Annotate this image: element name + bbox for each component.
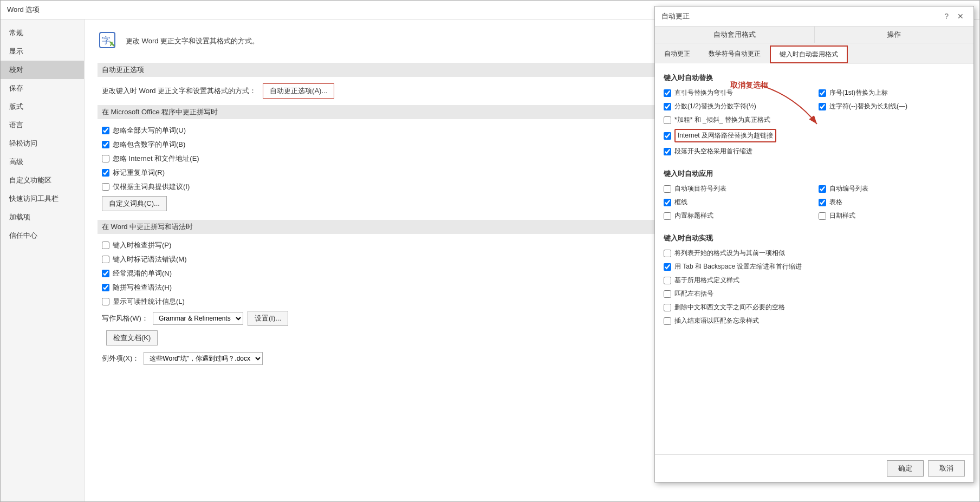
checkbox-define-by-style[interactable]: [664, 277, 671, 284]
label-bold-italic: *加粗* 和 _倾斜_ 替换为真正格式: [674, 115, 770, 125]
label-border: 框线: [674, 198, 687, 207]
checkbox-flag-repeated[interactable]: [102, 169, 109, 177]
checkbox-border[interactable]: [664, 199, 671, 206]
label-straight-to-curly: 直引号替换为弯引号: [674, 88, 733, 97]
checkbox-internet-hyperlink[interactable]: [664, 132, 671, 140]
sidebar-item-proofing[interactable]: 校对: [1, 61, 84, 79]
sidebar-item-advanced[interactable]: 高级: [1, 153, 84, 171]
sidebar-item-general[interactable]: 常规: [1, 24, 84, 42]
custom-dict-button[interactable]: 自定义词典(C)...: [102, 196, 167, 211]
help-button[interactable]: ?: [941, 11, 952, 22]
label-tab-backspace-indent: 用 Tab 和 Backspace 设置左缩进和首行缩进: [674, 262, 802, 271]
option-fraction: 分数(1/2)替换为分数字符(½): [664, 102, 810, 111]
sidebar-item-addins[interactable]: 加载项: [1, 208, 84, 226]
option-match-prev-list: 将列表开始的格式设为与其前一项相似: [664, 249, 965, 258]
checkbox-match-end-tag[interactable]: [664, 317, 671, 325]
sidebar-item-display[interactable]: 显示: [1, 42, 84, 61]
label-mark-grammar-typing: 键入时标记语法错误(M): [113, 255, 187, 264]
sidebar-item-quick-access[interactable]: 快速访问工具栏: [1, 190, 84, 208]
checkbox-indent-first-line[interactable]: [664, 148, 671, 155]
dialog-title: 自动更正: [661, 11, 690, 21]
writing-style-select[interactable]: Grammar & Refinements: [153, 312, 243, 325]
sidebar-item-accessibility[interactable]: 轻松访问: [1, 134, 84, 153]
check-doc-button[interactable]: 检查文档(K): [106, 330, 158, 345]
tab-autoformat-typing[interactable]: 键入时自动套用格式: [770, 45, 848, 63]
checkbox-delete-spaces[interactable]: [664, 304, 671, 311]
autocorrect-options-button[interactable]: 自动更正选项(A)...: [263, 83, 334, 99]
autocorrect-dialog: 自动更正 ? ✕ 自动套用格式 操作 自动更正 数学符号自动更正 键入时自动套用…: [654, 6, 974, 483]
writing-style-label: 写作风格(W)：: [102, 314, 148, 323]
label-check-spell-typing: 键入时检查拼写(P): [113, 240, 171, 250]
label-dash: 连字符(--)替换为长划线(—): [829, 102, 907, 111]
checkbox-tab-backspace-indent[interactable]: [664, 263, 671, 271]
option-table: 表格: [819, 198, 965, 207]
exception-label: 例外项(X)：: [102, 354, 139, 363]
checkbox-table[interactable]: [819, 199, 826, 206]
checkbox-fraction[interactable]: [664, 103, 671, 110]
checkbox-ignore-internet[interactable]: [102, 155, 109, 162]
label-ignore-numbers: 忽略包含数字的单词(B): [113, 140, 185, 149]
label-define-by-style: 基于所用格式定义样式: [674, 276, 739, 285]
sidebar-item-language[interactable]: 语言: [1, 116, 84, 134]
dialog-tabs: 自动更正 数学符号自动更正 键入时自动套用格式: [655, 43, 973, 63]
settings-button[interactable]: 设置(I)...: [248, 311, 288, 326]
tab-autocorrect[interactable]: 自动更正: [655, 45, 699, 63]
dialog-title-bar: 自动更正 ? ✕: [655, 6, 973, 27]
sidebar-item-format[interactable]: 版式: [1, 97, 84, 116]
label-match-end-tag: 插入结束语以匹配备忘录样式: [674, 316, 759, 325]
option-built-in-heading: 内置标题样式: [664, 211, 810, 220]
option-date-style: 日期样式: [819, 211, 965, 220]
checkbox-ignore-numbers[interactable]: [102, 141, 109, 148]
checkbox-dash[interactable]: [819, 103, 826, 110]
content-header-text: 更改 Word 更正文字和设置其格式的方式。: [126, 36, 259, 46]
exception-select[interactable]: 这些Word"坑"，你遇到过吗？.docx: [144, 352, 263, 365]
checkbox-numbered-list[interactable]: [819, 185, 826, 193]
checkbox-ignore-uppercase[interactable]: [102, 127, 109, 134]
option-numbered-list: 自动编号列表: [819, 184, 965, 193]
replace-col2: 序号(1st)替换为上标 连字符(--)替换为长划线(—): [819, 88, 965, 160]
checkbox-show-readability[interactable]: [102, 298, 109, 305]
realize-section-title: 键入时自动实现: [664, 233, 965, 243]
label-suggest-main: 仅根据主词典提供建议(I): [113, 182, 190, 192]
dialog-close-button[interactable]: ✕: [954, 11, 967, 22]
label-delete-spaces: 删除中文和西文文字之间不必要的空格: [674, 303, 785, 312]
label-match-prev-list: 将列表开始的格式设为与其前一项相似: [674, 249, 785, 258]
checkbox-match-brackets[interactable]: [664, 290, 671, 298]
option-bold-italic: *加粗* 和 _倾斜_ 替换为真正格式: [664, 115, 810, 125]
checkbox-check-spell-typing[interactable]: [102, 242, 109, 249]
option-define-by-style: 基于所用格式定义样式: [664, 276, 965, 285]
cancel-button[interactable]: 取消: [928, 460, 965, 477]
option-dash: 连字符(--)替换为长划线(—): [819, 102, 965, 111]
sidebar-item-save[interactable]: 保存: [1, 79, 84, 97]
option-internet-hyperlink: Internet 及网络路径替换为超链接: [664, 129, 810, 142]
label-ignore-uppercase: 忽略全部大写的单词(U): [113, 126, 186, 135]
checkbox-straight-to-curly[interactable]: [664, 89, 671, 97]
checkbox-ordinals[interactable]: [819, 89, 826, 97]
sidebar-item-custom-ribbon[interactable]: 自定义功能区: [1, 171, 84, 190]
checkbox-match-prev-list[interactable]: [664, 250, 671, 257]
checkbox-bullet-list[interactable]: [664, 185, 671, 193]
checkbox-bold-italic[interactable]: [664, 116, 671, 124]
option-indent-first-line: 段落开头空格采用首行缩进: [664, 147, 810, 156]
apply-section-title: 键入时自动应用: [664, 169, 965, 179]
apply-col1: 自动项目符号列表 框线 内置标题样式: [664, 184, 810, 225]
checkbox-check-grammar-spell[interactable]: [102, 284, 109, 291]
label-ignore-internet: 忽略 Internet 和文件地址(E): [113, 154, 199, 164]
checkbox-mark-grammar-typing[interactable]: [102, 256, 109, 263]
checkbox-suggest-main[interactable]: [102, 183, 109, 191]
ok-button[interactable]: 确定: [887, 460, 924, 477]
dialog-footer: 确定 取消: [655, 454, 973, 482]
checkbox-confused-words[interactable]: [102, 270, 109, 277]
sidebar: 常规 显示 校对 保存 版式 语言 轻松访问 高级 自定义功能区 快速访问工具栏…: [1, 19, 85, 501]
option-match-brackets: 匹配左右括号: [664, 289, 965, 298]
replace-options-grid: 直引号替换为弯引号 分数(1/2)替换为分数字符(½) *加粗* 和 _倾斜_ …: [664, 88, 965, 160]
tab-math-autocorrect[interactable]: 数学符号自动更正: [699, 45, 770, 63]
option-border: 框线: [664, 198, 810, 207]
label-table: 表格: [829, 198, 842, 207]
checkbox-built-in-heading[interactable]: [664, 212, 671, 220]
label-built-in-heading: 内置标题样式: [674, 211, 713, 220]
label-bullet-list: 自动项目符号列表: [674, 184, 726, 193]
sidebar-item-trust-center[interactable]: 信任中心: [1, 226, 84, 245]
label-date-style: 日期样式: [829, 211, 855, 220]
checkbox-date-style[interactable]: [819, 212, 826, 220]
